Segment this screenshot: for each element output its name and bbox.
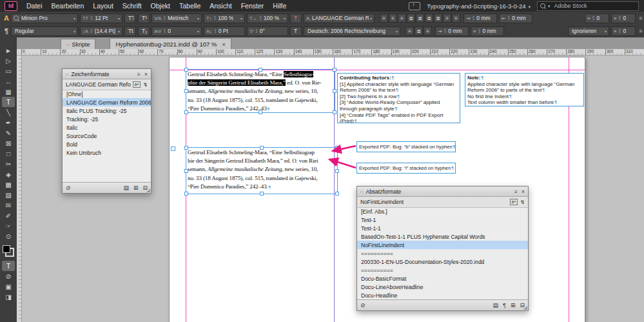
scissors-tool[interactable]: ✂	[2, 159, 15, 169]
align-left-button[interactable]: ≡	[380, 14, 388, 23]
eyedropper-tool[interactable]: ✐	[2, 210, 15, 221]
chevron-down-icon[interactable]	[370, 15, 372, 21]
new-style-group-button[interactable]: ▤	[493, 302, 499, 308]
stepper-icon[interactable]	[162, 28, 166, 33]
gradient-swatch-tool[interactable]: ▩	[2, 179, 15, 190]
style-item[interactable]: [Ohne]	[63, 90, 151, 98]
style-item[interactable]: LANGUAGE German Reform 2006	[63, 98, 151, 106]
chevron-down-icon[interactable]	[118, 15, 120, 21]
selection-tool[interactable]: ►	[2, 45, 15, 55]
justify-all-button[interactable]: ≣	[434, 14, 442, 23]
gap-tool[interactable]: ↔	[2, 76, 15, 86]
subscript-button[interactable]: T₁	[138, 26, 150, 36]
hyphenation-override-select[interactable]: Ignorieren	[568, 26, 609, 36]
span-columns-field[interactable]: ≡ 0	[611, 26, 636, 36]
style-item[interactable]: 200330-1-EN-US-Documentation-Styles-2020…	[357, 257, 528, 266]
style-item[interactable]: Test-1	[357, 216, 528, 224]
panel-menu-icon[interactable]	[137, 71, 141, 77]
align-baseline-on-button[interactable]: ≣	[415, 26, 423, 35]
content-collector-tool[interactable]: ▦	[2, 86, 15, 97]
style-item[interactable]: Docu-Headline	[357, 291, 528, 299]
frame-in-port[interactable]	[171, 146, 175, 151]
frame-handle[interactable]	[260, 192, 264, 196]
paragraph-options-button[interactable]: ≡	[424, 26, 432, 35]
menu-item[interactable]: Ansicht	[205, 2, 236, 10]
justify-last-center-button[interactable]: ≣	[416, 14, 424, 23]
control-panel-menu-icon[interactable]	[638, 15, 644, 21]
style-item[interactable]: Tracking: -25	[63, 115, 151, 123]
panel-resize-grip[interactable]	[523, 306, 527, 310]
frame-handle[interactable]	[259, 68, 262, 72]
align-center-button[interactable]: ≡	[389, 14, 397, 23]
style-item[interactable]: ==========	[357, 266, 528, 274]
control-panel-menu-icon[interactable]	[638, 28, 644, 34]
scripts-panel-tab[interactable]: Skripte	[61, 39, 95, 49]
stepper-icon[interactable]	[591, 15, 595, 20]
drop-cap-lines-field[interactable]: ≡ 0	[585, 14, 609, 23]
stepper-icon[interactable]	[162, 15, 166, 20]
style-item[interactable]: BasedOn-Test-1-1 PLUS Hyphenate Capital …	[357, 232, 528, 241]
create-style-button[interactable]: ⊞	[511, 302, 516, 308]
style-item[interactable]: SourceCode	[63, 132, 151, 140]
style-item[interactable]: Docu-LineAboveHeadline	[357, 283, 528, 291]
screen-mode-button[interactable]: ◨	[2, 292, 15, 302]
stepper-icon[interactable]	[618, 15, 621, 20]
stepper-icon[interactable]	[507, 15, 511, 20]
font-style-select[interactable]: Regular	[11, 26, 78, 36]
font-family-select[interactable]: Minion Pro	[11, 14, 78, 23]
pdf-bug-i-note[interactable]: Exported PDF: Bug: “i” stacked on hyphen…	[356, 163, 456, 174]
frame-handle[interactable]	[184, 89, 188, 93]
menu-item[interactable]: Datei	[22, 2, 47, 10]
style-override-icon[interactable]	[133, 81, 140, 88]
workspace-switcher[interactable]: Typography-and-Scripting-16-3-0-24	[427, 3, 531, 10]
character-formatting-toggle[interactable]: A	[2, 14, 11, 22]
justify-last-left-button[interactable]: ≣	[407, 14, 415, 23]
document-tab[interactable]: HyphenationBug-2021.indd @ 107 %	[110, 38, 231, 49]
stepper-icon[interactable]	[90, 15, 93, 20]
close-icon[interactable]	[144, 71, 148, 77]
pencil-tool[interactable]: ✎	[2, 128, 15, 138]
style-item[interactable]: Kein Umbruch	[63, 148, 151, 157]
frame-handle[interactable]	[184, 68, 188, 72]
clear-overrides-button[interactable]: ⊘	[66, 185, 71, 191]
style-item[interactable]: Docu-BasicFormat	[357, 274, 528, 283]
close-icon[interactable]	[522, 188, 525, 195]
skew-field[interactable]: T⁄ 0°	[247, 26, 288, 36]
pen-tool[interactable]: ✒	[2, 117, 15, 128]
first-line-indent-field[interactable]: ⇥ 0 mm	[435, 26, 469, 36]
frame-handle[interactable]	[184, 110, 188, 114]
menu-item[interactable]: Bearbeiten	[47, 2, 89, 10]
stepper-icon[interactable]	[618, 28, 621, 33]
formatting-affects-text-button[interactable]: T	[2, 261, 15, 271]
frame-handle[interactable]	[333, 110, 337, 114]
note-tool[interactable]: ✉	[2, 200, 15, 210]
zoom-tool[interactable]: ⊙	[2, 231, 15, 241]
hand-tool[interactable]: ☞	[2, 221, 15, 231]
frame-handle[interactable]	[335, 146, 339, 150]
character-style-select[interactable]: A, LANGUAGE German Re...	[304, 14, 375, 23]
redefine-style-icon[interactable]	[143, 81, 148, 88]
text-frame-2[interactable]: Gertrud Elisabeth Schmeling-Mara, “Eine …	[186, 147, 338, 194]
clear-formatting-button[interactable]: T	[290, 14, 302, 23]
chevron-down-icon[interactable]	[73, 28, 75, 34]
stepper-icon[interactable]	[259, 15, 262, 20]
pdf-bug-b-note[interactable]: Exported PDF: Bug: “b” stacked on hyphen…	[356, 141, 456, 152]
menu-item[interactable]: Objekt	[146, 2, 175, 10]
align-baseline-off-button[interactable]: ≡	[405, 26, 414, 35]
style-override-icon[interactable]	[510, 199, 517, 205]
panel-header[interactable]: Zeichenformate	[63, 69, 151, 79]
paragraph-formatting-toggle[interactable]: ¶	[2, 27, 11, 35]
small-caps-button[interactable]: Tt	[124, 26, 136, 36]
create-style-button[interactable]: ⊞	[133, 185, 139, 191]
frame-handle[interactable]	[184, 169, 188, 173]
rectangle-frame-tool[interactable]: ⊠	[2, 138, 15, 148]
frame-handle[interactable]	[333, 68, 337, 72]
clear-overrides-button[interactable]: ⊘	[360, 302, 366, 308]
frame-handle[interactable]	[333, 89, 337, 93]
update-style-button[interactable]: ¶	[503, 302, 506, 308]
baseline-shift-field[interactable]: A↨ 0 Pt	[204, 26, 245, 36]
fill-color-swatch[interactable]	[3, 245, 10, 253]
line-tool[interactable]: ╲	[2, 107, 15, 117]
horizontal-scale-field[interactable]: T↔ 100 %	[247, 14, 288, 23]
chevron-down-icon[interactable]	[284, 15, 286, 21]
